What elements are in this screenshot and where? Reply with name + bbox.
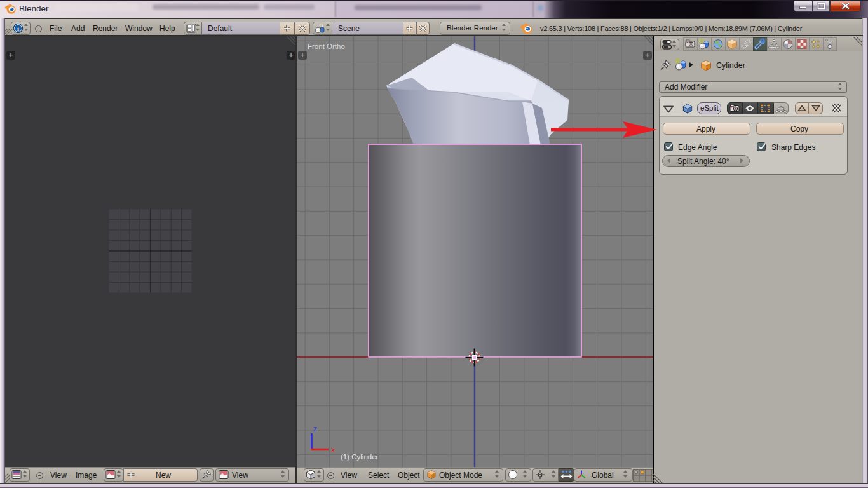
svg-text:z: z [313,424,317,433]
svg-text:i: i [17,25,19,32]
svg-text:x: x [331,445,335,454]
